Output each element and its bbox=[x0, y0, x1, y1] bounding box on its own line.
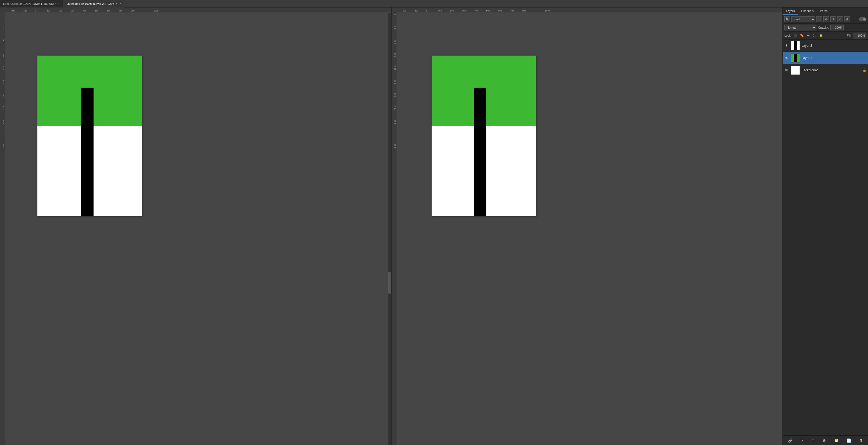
tab2-label: layers.psd @ 100% (Layer 2, RGB/8) * bbox=[66, 2, 117, 5]
background-thumbnail bbox=[791, 66, 800, 75]
tab-layer2-psb[interactable]: Layer 2.psb @ 100% (Layer 1, RGB/8) * ✕ bbox=[0, 0, 63, 7]
ruler-v-mark: 1 0 0 0 bbox=[3, 144, 4, 149]
layer1-thumb-preview bbox=[791, 54, 800, 62]
fill-input[interactable] bbox=[853, 33, 866, 38]
filter-text-icon[interactable]: T bbox=[830, 16, 836, 22]
layer2-visibility-icon[interactable]: 👁 bbox=[784, 43, 789, 48]
lock-position-icon[interactable]: ✛ bbox=[806, 33, 810, 38]
canvas1-black-bar bbox=[81, 88, 94, 216]
filter-toggle[interactable] bbox=[859, 18, 866, 21]
ruler-h-mark: -200 bbox=[11, 10, 15, 12]
layer2-name: Layer 2 bbox=[802, 44, 866, 47]
ruler-h-mark: 700 bbox=[119, 10, 122, 12]
tab-channels-label: Channels bbox=[801, 9, 813, 12]
filter-shape-icon[interactable]: ◇ bbox=[837, 16, 843, 22]
ruler-h-mark: 500 bbox=[486, 10, 490, 12]
ruler-h-mark: 800 bbox=[523, 10, 526, 12]
add-mask-icon[interactable]: ◻ bbox=[811, 438, 814, 443]
layers-list: 👁 Layer 2 👁 Layer 1 👁 Back bbox=[783, 39, 868, 435]
ruler-corner-2 bbox=[392, 7, 397, 13]
ruler-v-mark: 1 0 0 bbox=[3, 26, 4, 30]
ruler-h-mark: 400 bbox=[474, 10, 478, 12]
ruler-h-mark: -100 bbox=[23, 10, 27, 12]
ruler-h-mark: -200 bbox=[402, 10, 406, 12]
layer-row-layer2[interactable]: 👁 Layer 2 bbox=[783, 39, 868, 52]
new-group-icon[interactable]: 📁 bbox=[834, 438, 839, 443]
background-lock-icon: 🔒 bbox=[863, 68, 866, 72]
tab-paths[interactable]: Paths bbox=[817, 7, 831, 15]
tab-channels[interactable]: Channels bbox=[798, 7, 817, 15]
ruler-v-mark: 1 0 0 bbox=[394, 26, 396, 30]
ruler-v-mark: 5 0 0 bbox=[394, 80, 396, 84]
ruler-v-2: 0 1 0 0 2 0 0 3 0 0 4 0 0 5 0 0 6 0 0 7 … bbox=[392, 13, 397, 445]
ruler-v-mark: 5 0 0 bbox=[3, 80, 4, 84]
tab-layers-psd[interactable]: layers.psd @ 100% (Layer 2, RGB/8) * ✕ bbox=[63, 0, 125, 7]
panel-tabs: Layers Channels Paths bbox=[783, 7, 868, 15]
ruler-h-mark: 0 bbox=[426, 10, 427, 12]
add-style-icon[interactable]: fx bbox=[800, 438, 803, 443]
ruler-v-mark: 2 0 0 bbox=[394, 39, 396, 44]
ruler-h-mark: 0 bbox=[35, 10, 36, 12]
ruler-h-mark: 600 bbox=[107, 10, 111, 12]
tab1-close-icon[interactable]: ✕ bbox=[58, 2, 60, 5]
layer-kind-select[interactable]: Kind bbox=[791, 16, 815, 22]
canvas1-viewport[interactable] bbox=[5, 13, 391, 445]
canvas1-scrollbar[interactable] bbox=[388, 13, 391, 445]
lock-artboard-icon[interactable]: ⛶ bbox=[812, 33, 817, 38]
ruler-h-mark: 400 bbox=[83, 10, 86, 12]
tab-layers-label: Layers bbox=[786, 9, 795, 12]
ruler-h-mark: 300 bbox=[71, 10, 74, 12]
canvas1-scroll-thumb[interactable] bbox=[388, 272, 391, 293]
filter-pixel-icon[interactable]: ⬛ bbox=[816, 16, 822, 22]
fill-label: Fill: bbox=[847, 34, 851, 37]
ruler-v-mark: 8 0 0 bbox=[394, 120, 396, 124]
ruler-v-mark: 7 0 0 bbox=[394, 106, 396, 110]
delete-layer-icon[interactable]: 🗑 bbox=[859, 438, 863, 443]
blend-mode-select[interactable]: Normal bbox=[784, 25, 816, 30]
canvas2-viewport[interactable] bbox=[397, 13, 783, 445]
ruler-v-mark: 6 0 0 bbox=[3, 93, 4, 97]
canvas1-container: -200 -100 0 100 200 300 400 500 600 700 … bbox=[0, 7, 391, 445]
canvas2-container: -200 -100 0 100 200 300 400 500 600 700 … bbox=[391, 7, 783, 445]
tab-layers[interactable]: Layers bbox=[783, 7, 798, 15]
layer-row-layer1[interactable]: 👁 Layer 1 bbox=[783, 52, 868, 64]
lock-pixels-icon[interactable]: ✏️ bbox=[799, 33, 804, 38]
ruler-v-1: 0 1 0 0 2 0 0 3 0 0 4 0 0 5 0 0 6 0 0 7 … bbox=[0, 13, 5, 445]
new-fill-icon[interactable]: ⊕ bbox=[823, 438, 826, 443]
opacity-input[interactable] bbox=[830, 25, 844, 30]
lock-transparent-icon[interactable]: ⬛ bbox=[793, 33, 798, 38]
ruler-v-mark: 6 0 0 bbox=[394, 93, 396, 97]
layer-row-background[interactable]: 👁 Background 🔒 bbox=[783, 64, 868, 76]
lock-bar: Lock: ⬛ ✏️ ✛ ⛶ 🔒 Fill: bbox=[783, 32, 868, 39]
canvas2-black-bar bbox=[474, 88, 486, 216]
filter-adjust-icon[interactable]: ◐ bbox=[824, 16, 829, 22]
panel-bottom-toolbar: 🔗 fx ◻ ⊕ 📁 📄 🗑 bbox=[783, 435, 868, 445]
tab2-close-icon[interactable]: ✕ bbox=[120, 2, 122, 5]
ruler-h-mark: 1000 bbox=[545, 10, 550, 12]
link-layers-icon[interactable]: 🔗 bbox=[788, 438, 793, 443]
tab-bar: Layer 2.psb @ 100% (Layer 1, RGB/8) * ✕ … bbox=[0, 0, 868, 7]
ruler-v-mark: 3 0 0 bbox=[3, 53, 4, 57]
ruler-h-1: -200 -100 0 100 200 300 400 500 600 700 … bbox=[5, 7, 391, 13]
new-layer-icon[interactable]: 📄 bbox=[847, 438, 851, 443]
layer2-thumbnail bbox=[791, 41, 800, 50]
layer1-thumbnail bbox=[791, 54, 800, 63]
lock-all-icon[interactable]: 🔒 bbox=[818, 33, 824, 38]
tab-paths-label: Paths bbox=[820, 9, 828, 12]
layer-filter-bar: 🔍 Kind ⬛ ◐ T ◇ ⚙ bbox=[783, 15, 868, 24]
background-name: Background bbox=[802, 68, 861, 72]
ruler-v-mark: 7 0 0 bbox=[3, 106, 4, 110]
ruler-h-mark: 100 bbox=[438, 10, 442, 12]
ruler-h-mark: 1000 bbox=[154, 10, 158, 12]
layer-search-icon[interactable]: 🔍 bbox=[784, 16, 790, 22]
filter-smart-icon[interactable]: ⚙ bbox=[844, 16, 850, 22]
ruler-h-mark: 200 bbox=[59, 10, 62, 12]
ruler-v-mark: 0 bbox=[394, 14, 396, 15]
canvases-area: -200 -100 0 100 200 300 400 500 600 700 … bbox=[0, 7, 782, 445]
ruler-v-mark: 2 0 0 bbox=[3, 39, 4, 44]
filter-toggle-area bbox=[859, 18, 866, 21]
background-visibility-icon[interactable]: 👁 bbox=[784, 68, 789, 73]
layer1-visibility-icon[interactable]: 👁 bbox=[784, 56, 789, 60]
ruler-h-mark: 500 bbox=[95, 10, 98, 12]
ruler-v-mark: 4 0 0 bbox=[3, 66, 4, 70]
